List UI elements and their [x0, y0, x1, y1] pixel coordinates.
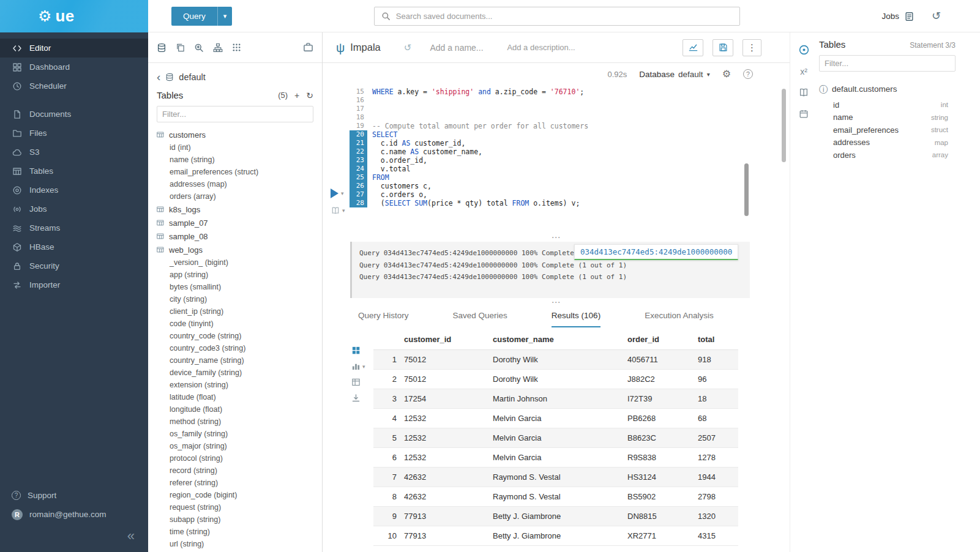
column-entry[interactable]: os_major (string) — [157, 440, 313, 452]
current-database-name[interactable]: default — [179, 72, 206, 82]
back-chevron-icon[interactable]: ‹ — [157, 71, 160, 83]
new-query-button[interactable]: Query ▾ — [171, 7, 232, 26]
sidebar-item-streams[interactable]: Streams — [0, 218, 148, 237]
sidebar-item-tables[interactable]: Tables — [0, 162, 148, 181]
column-entry[interactable]: subapp (string) — [157, 513, 313, 526]
databases-icon[interactable] — [157, 43, 166, 53]
database-selector[interactable]: Database default ▾ — [639, 70, 709, 79]
snippet-history-icon[interactable]: ↺ — [404, 43, 412, 52]
query-id-tooltip[interactable]: 034d413ec7474ed5:4249de1000000000 — [574, 244, 738, 260]
column-entry[interactable]: country_code3 (string) — [157, 342, 313, 354]
column-entry[interactable]: longitude (float) — [157, 403, 313, 416]
sidebar-item-dashboard[interactable]: Dashboard — [0, 58, 148, 76]
column-entry[interactable]: _version_ (bigint) — [157, 256, 313, 269]
functions-tab-icon[interactable]: x² — [800, 67, 807, 76]
code-text[interactable]: o.order_id, — [367, 156, 790, 165]
tables-filter-input[interactable] — [157, 106, 313, 122]
editor-scrollbar-thumb[interactable] — [744, 163, 749, 216]
code-text[interactable] — [367, 113, 790, 122]
table-entry[interactable]: k8s_logs — [157, 203, 313, 216]
column-entry[interactable]: protocol (string) — [157, 452, 313, 464]
results-column-header[interactable]: order_id — [627, 327, 698, 350]
language-reference-tab-icon[interactable] — [799, 88, 809, 97]
column-entry[interactable]: record (string) — [157, 464, 313, 477]
grid-view-icon[interactable] — [351, 346, 361, 355]
column-entry[interactable]: country_name (string) — [157, 354, 313, 367]
query-name-input[interactable] — [430, 43, 493, 53]
code-text[interactable]: WHERE a.key = 'shipping' and a.zip_code … — [367, 88, 790, 96]
global-search[interactable] — [374, 7, 740, 26]
column-entry[interactable]: email_preferences (struct) — [157, 166, 313, 178]
table-info-icon[interactable]: ⓘ — [819, 85, 828, 94]
results-column-header[interactable]: total — [698, 327, 738, 350]
column-entry[interactable]: os_family (string) — [157, 428, 313, 440]
code-text[interactable]: c.id AS customer_id, — [367, 139, 790, 147]
column-entry[interactable]: city (string) — [157, 293, 313, 305]
code-text[interactable]: customers c, — [367, 182, 790, 190]
column-entry[interactable]: url (string) — [157, 538, 313, 550]
query-history-icon[interactable]: ↺ — [932, 10, 941, 21]
column-entry[interactable]: addresses (map) — [157, 178, 313, 190]
tab-results-106[interactable]: Results (106) — [552, 311, 600, 327]
right-assist-filter-input[interactable] — [819, 55, 956, 72]
schedule-tab-icon[interactable] — [799, 109, 809, 119]
sidebar-item-indexes[interactable]: Indexes — [0, 181, 148, 200]
assist-column-row[interactable]: namestring — [819, 111, 956, 124]
collapse-sidebar-icon[interactable]: « — [127, 529, 135, 543]
code-text[interactable]: v.total — [367, 165, 790, 173]
query-description-input[interactable] — [507, 43, 575, 52]
add-table-icon[interactable]: + — [294, 91, 299, 100]
chart-button[interactable] — [683, 39, 703, 56]
sidebar-item-files[interactable]: Files — [0, 124, 148, 143]
support-link[interactable]: ? Support — [0, 486, 148, 505]
search-input[interactable] — [396, 12, 733, 21]
table-entry[interactable]: sample_07 — [157, 216, 313, 229]
column-entry[interactable]: extension (string) — [157, 379, 313, 391]
column-entry[interactable]: request (string) — [157, 501, 313, 513]
execute-caret-icon[interactable]: ▾ — [341, 190, 344, 196]
execute-button[interactable]: ▾ — [331, 188, 344, 198]
sidebar-item-importer[interactable]: Importer — [0, 275, 148, 294]
apps-grid-icon[interactable] — [232, 43, 241, 52]
editor-settings-gear-icon[interactable]: ⚙ — [722, 69, 731, 79]
sidebar-item-jobs[interactable]: Jobs — [0, 200, 148, 218]
zoom-icon[interactable] — [194, 43, 204, 53]
chart-view-icon[interactable]: ▾ — [351, 362, 365, 371]
sitemap-icon[interactable] — [213, 43, 223, 53]
sidebar-item-documents[interactable]: Documents — [0, 105, 148, 124]
collections-briefcase-icon[interactable] — [303, 42, 313, 53]
editor-resize-handle[interactable]: ⋯ — [323, 233, 790, 241]
column-entry[interactable]: client_ip (string) — [157, 305, 313, 318]
new-query-button-label[interactable]: Query — [171, 7, 218, 26]
save-button[interactable] — [713, 39, 733, 56]
assistant-tab-icon[interactable] — [798, 44, 810, 56]
column-entry[interactable]: country_code (string) — [157, 330, 313, 342]
code-text[interactable]: SELECT — [367, 130, 790, 139]
column-entry[interactable]: name (string) — [157, 154, 313, 166]
code-text[interactable]: -- Compute total amount per order for al… — [367, 122, 790, 130]
tab-query-history[interactable]: Query History — [358, 311, 409, 327]
page-scrollbar-thumb[interactable] — [782, 89, 786, 162]
column-entry[interactable]: code (tinyint) — [157, 318, 313, 330]
results-column-header[interactable]: customer_name — [493, 327, 627, 350]
refresh-tables-icon[interactable]: ↻ — [306, 91, 313, 100]
sidebar-item-scheduler[interactable]: Scheduler — [0, 76, 148, 95]
assist-column-row[interactable]: email_preferencesstruct — [819, 124, 956, 136]
documents-assist-icon[interactable] — [176, 43, 185, 52]
table-entry[interactable]: web_logs — [157, 243, 313, 256]
assist-column-row[interactable]: addressesmap — [819, 136, 956, 149]
sidebar-item-s3[interactable]: S3 — [0, 143, 148, 162]
query-dropdown-caret[interactable]: ▾ — [218, 7, 233, 26]
code-editor[interactable]: 15WHERE a.key = 'shipping' and a.zip_cod… — [323, 85, 790, 233]
column-entry[interactable]: orders (array) — [157, 190, 313, 203]
column-entry[interactable]: bytes (smallint) — [157, 281, 313, 293]
table-entry[interactable]: customers — [157, 128, 313, 141]
tab-execution-analysis[interactable]: Execution Analysis — [645, 311, 714, 327]
log-resize-handle[interactable]: ⋯ — [323, 298, 790, 305]
code-text[interactable] — [367, 96, 790, 105]
columns-view-icon[interactable] — [351, 378, 361, 387]
code-text[interactable]: (SELECT SUM(price * qty) total FROM o.it… — [367, 199, 790, 207]
code-text[interactable]: FROM — [367, 173, 790, 182]
active-table-entry[interactable]: ⓘ default.customers — [819, 84, 956, 94]
assist-column-row[interactable]: idint — [819, 99, 956, 111]
